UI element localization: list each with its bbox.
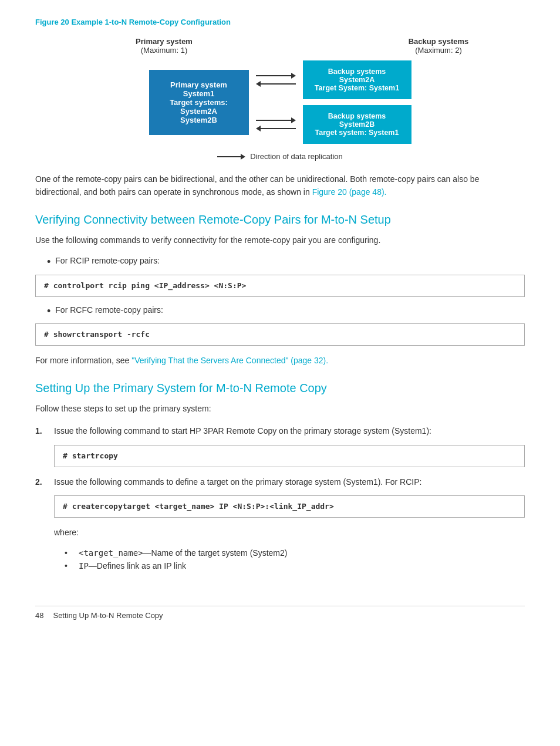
target-name-code: <target_name> xyxy=(79,548,143,558)
arrow-left-top xyxy=(256,81,296,87)
verifying-link[interactable]: "Verifying That the Servers Are Connecte… xyxy=(131,356,328,365)
code-block-2: # showrctransport -rcfc xyxy=(35,323,525,346)
section2-intro: Follow these steps to set up the primary… xyxy=(35,402,525,415)
backup-label: Backup systems (Maximum: 2) xyxy=(384,37,493,55)
backup-box-a: Backup systems System2A Target System: S… xyxy=(303,60,411,99)
footer-title: Setting Up M-to-N Remote Copy xyxy=(53,611,163,620)
code-block-4: # creatercopytarget <target_name> IP <N:… xyxy=(54,495,525,518)
figure-diagram: Primary system (Maximum: 1) Backup syste… xyxy=(35,37,525,161)
code-block-3: # startrcopy xyxy=(54,445,525,467)
sub-bullet-ip: • IP—Defines link as an IP link xyxy=(65,561,525,571)
step1: 1. Issue the following command to start … xyxy=(35,424,525,437)
primary-label: Primary system (Maximum: 1) xyxy=(114,37,214,55)
step2: 2. Issue the following commands to defin… xyxy=(35,475,525,488)
code-block-1: # controlport rcip ping <IP_address> <N:… xyxy=(35,275,525,297)
section1-footer: For more information, see "Verifying Tha… xyxy=(35,354,525,367)
page-footer: 48 Setting Up M-to-N Remote Copy xyxy=(35,606,525,620)
figure-link[interactable]: Figure 20 (page 48). xyxy=(312,187,387,197)
backup-box-b: Backup systems System2B Target system: S… xyxy=(303,105,411,144)
arrow-left-bottom xyxy=(256,126,296,131)
arrow-right-top xyxy=(256,73,296,79)
bullet-rcip: • For RCIP remote-copy pairs: xyxy=(47,256,525,269)
where-label: where: xyxy=(54,526,525,539)
page-number: 48 xyxy=(35,611,43,620)
arrow-right-bottom xyxy=(256,117,296,123)
section1-intro: Use the following commands to verify con… xyxy=(35,234,525,247)
figure-title: Figure 20 Example 1-to-N Remote-Copy Con… xyxy=(35,18,525,26)
section2-heading: Setting Up the Primary System for M-to-N… xyxy=(35,382,525,395)
direction-legend: Direction of data replication xyxy=(217,152,343,161)
sub-bullet-target: • <target_name>—Name of the target syste… xyxy=(65,548,525,558)
ip-code: IP xyxy=(79,561,89,571)
primary-system-box: Primary system System1 Target systems: S… xyxy=(149,70,249,135)
bullet-rcfc: • For RCFC remote-copy pairs: xyxy=(47,305,525,318)
section1-heading: Verifying Connectivity between Remote-Co… xyxy=(35,213,525,227)
backup-boxes: Backup systems System2A Target System: S… xyxy=(303,60,411,144)
intro-paragraph: One of the remote-copy pairs can be bidi… xyxy=(35,173,525,199)
